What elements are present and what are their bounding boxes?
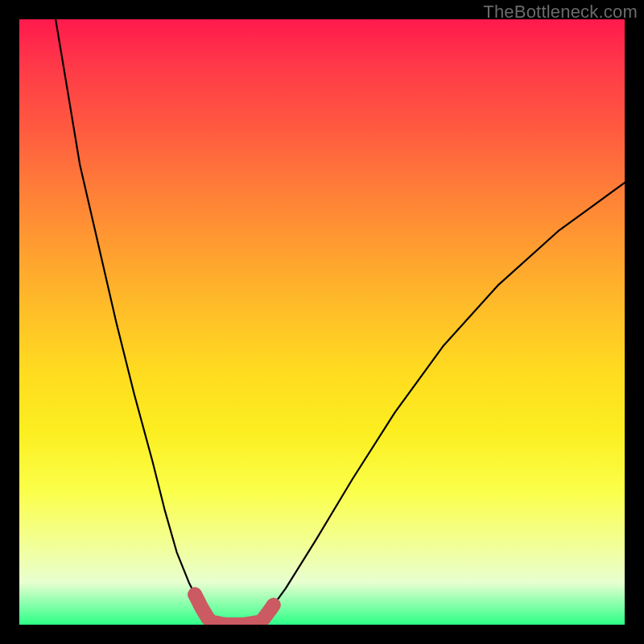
- bottleneck-curve-plot: [19, 19, 625, 625]
- bottleneck-curve: [56, 19, 625, 625]
- highlight-marker-dot: [189, 588, 200, 600]
- highlight-marker-line: [195, 594, 274, 625]
- chart-frame: [19, 19, 625, 625]
- watermark-text: TheBottleneck.com: [483, 2, 638, 23]
